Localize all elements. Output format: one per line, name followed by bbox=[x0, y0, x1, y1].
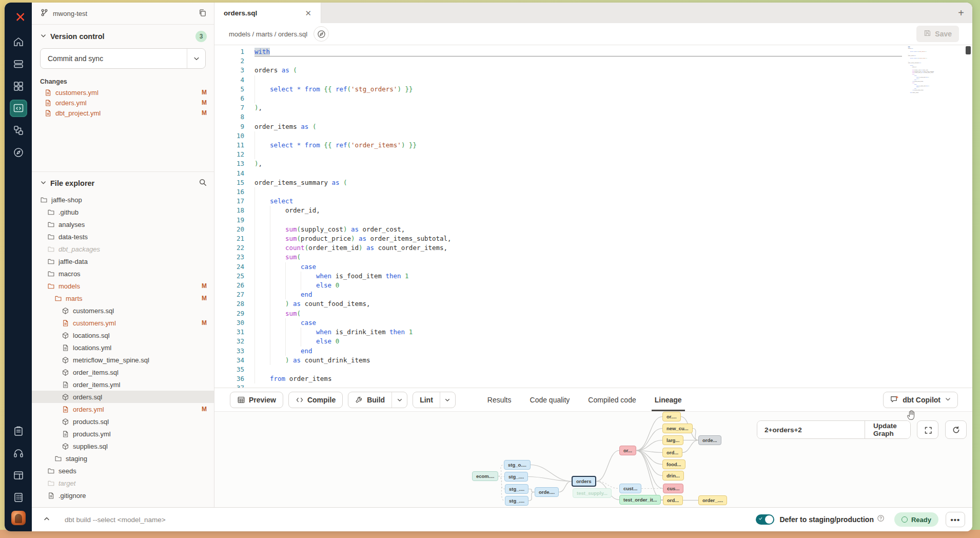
tree-item-orders-yml[interactable]: orders.ymlM bbox=[32, 403, 214, 415]
version-control-header[interactable]: Version control 3 bbox=[32, 25, 214, 46]
tree-item--gitignore[interactable]: .gitignore bbox=[32, 489, 214, 502]
tree-item--github[interactable]: .github bbox=[32, 206, 214, 218]
lineage-filter-input[interactable] bbox=[757, 421, 865, 438]
more-options-button[interactable]: ••• bbox=[946, 512, 965, 527]
lineage-node-food[interactable]: food... bbox=[662, 459, 685, 469]
command-input[interactable]: dbt build --select <model_name> bbox=[65, 516, 756, 524]
lineage-node-orders[interactable]: orders bbox=[572, 476, 596, 487]
build-dropdown[interactable] bbox=[391, 392, 407, 408]
changed-file-row[interactable]: dbt_project.ymlM bbox=[32, 108, 214, 118]
lineage-node-y_or[interactable]: or.... bbox=[662, 412, 681, 421]
rail-item-code-editor-icon[interactable] bbox=[10, 100, 27, 117]
tree-item-metricflow-time-spine-sql[interactable]: metricflow_time_spine.sql bbox=[32, 354, 214, 366]
tree-item-orders-sql[interactable]: orders.sql bbox=[32, 391, 214, 403]
lint-button[interactable]: Lint bbox=[413, 392, 456, 408]
user-avatar[interactable] bbox=[11, 511, 26, 525]
tree-item-analyses[interactable]: analyses bbox=[32, 218, 214, 230]
open-in-explorer-button[interactable] bbox=[313, 26, 329, 42]
tab-orders-sql[interactable]: orders.sql ✕ bbox=[214, 3, 321, 23]
tree-item-seeds[interactable]: seeds bbox=[32, 465, 214, 477]
lineage-node-ord_y2[interactable]: ord... bbox=[663, 495, 683, 505]
tree-item-products-sql[interactable]: products.sql bbox=[32, 415, 214, 428]
lineage-node-drin[interactable]: drin... bbox=[662, 471, 684, 481]
defer-toggle[interactable] bbox=[756, 514, 774, 525]
update-graph-button[interactable]: Update Graph bbox=[865, 421, 910, 438]
preview-button[interactable]: Preview bbox=[230, 392, 283, 408]
tab-lineage[interactable]: Lineage bbox=[655, 388, 682, 411]
changed-file-row[interactable]: customers.ymlM bbox=[32, 87, 214, 98]
chevron-up-icon[interactable] bbox=[39, 513, 54, 526]
new-tab-button[interactable]: + bbox=[958, 3, 964, 23]
changed-file-row[interactable]: orders.ymlM bbox=[32, 98, 214, 108]
tree-item-locations-sql[interactable]: locations.sql bbox=[32, 329, 214, 341]
copy-icon[interactable] bbox=[198, 8, 207, 19]
editor-scrollbar[interactable] bbox=[966, 45, 971, 388]
code-line: 15order_items_summary as ( bbox=[214, 178, 452, 187]
tree-item-macros[interactable]: macros bbox=[32, 267, 214, 280]
code-line: 26 else 0 bbox=[214, 281, 452, 290]
fullscreen-button[interactable] bbox=[917, 420, 938, 439]
lineage-node-stg_2[interactable]: stg_.... bbox=[504, 472, 528, 482]
lineage-node-test_order[interactable]: test_order_it... bbox=[619, 495, 661, 505]
tree-item-jaffle-data[interactable]: jaffle-data bbox=[32, 255, 214, 267]
rail-item-dashboard-grid-icon[interactable] bbox=[10, 78, 27, 95]
tab-code-quality[interactable]: Code quality bbox=[530, 388, 570, 411]
tree-item-products-yml[interactable]: products.yml bbox=[32, 428, 214, 440]
refresh-graph-button[interactable] bbox=[945, 420, 967, 439]
tree-item-models[interactable]: modelsM bbox=[32, 280, 214, 292]
lineage-node-cust[interactable]: cust... bbox=[619, 484, 641, 493]
lineage-node-ord[interactable]: ord... bbox=[662, 448, 682, 457]
rail-item-panel-window-icon[interactable] bbox=[10, 467, 27, 484]
lineage-node-stg_o[interactable]: stg_o.... bbox=[504, 460, 531, 470]
lineage-node-orde[interactable]: orde.... bbox=[535, 487, 559, 497]
dbt-copilot-button[interactable]: dbt Copilot bbox=[883, 392, 958, 408]
tree-item-data-tests[interactable]: data-tests bbox=[32, 230, 214, 243]
tree-item-staging[interactable]: staging bbox=[32, 452, 214, 465]
close-icon[interactable]: ✕ bbox=[303, 8, 313, 18]
compile-button[interactable]: Compile bbox=[288, 392, 343, 408]
commit-options-dropdown[interactable] bbox=[187, 49, 205, 68]
tree-item-jaffle-shop[interactable]: jaffle-shop bbox=[32, 194, 214, 206]
lineage-node-ecom[interactable]: ecom.... bbox=[472, 471, 498, 481]
tree-item-supplies-sql[interactable]: supplies.sql bbox=[32, 440, 214, 452]
rail-item-explore-compass-icon[interactable] bbox=[10, 144, 27, 161]
lineage-node-new_cu[interactable]: new_cu... bbox=[662, 424, 693, 433]
build-button[interactable]: Build bbox=[348, 392, 407, 408]
tree-item-customers-sql[interactable]: customers.sql bbox=[32, 304, 214, 317]
lineage-node-order_y3[interactable]: order_.... bbox=[698, 495, 727, 505]
tree-item-order-items-yml[interactable]: order_items.yml bbox=[32, 378, 214, 391]
tree-item-dbt-packages[interactable]: dbt_packages bbox=[32, 243, 214, 255]
rail-item-deploy-stack-icon[interactable] bbox=[10, 55, 27, 73]
tree-item-locations-yml[interactable]: locations.yml bbox=[32, 341, 214, 354]
tab-results[interactable]: Results bbox=[487, 388, 512, 411]
search-icon[interactable] bbox=[199, 178, 207, 188]
save-button[interactable]: Save bbox=[916, 26, 959, 42]
code-line: 31 when is_drink_item then 1 bbox=[214, 328, 452, 337]
lineage-node-orde_gray[interactable]: orde... bbox=[698, 435, 721, 445]
tab-compiled-code[interactable]: Compiled code bbox=[588, 388, 636, 411]
editor-toolbar: models / marts / orders.sql Save bbox=[214, 23, 972, 45]
rail-item-orchestration-icon[interactable] bbox=[10, 122, 27, 139]
commit-and-sync-button[interactable]: Commit and sync bbox=[40, 48, 206, 69]
tree-item-order-items-sql[interactable]: order_items.sql bbox=[32, 366, 214, 378]
rail-item-dbt-logo[interactable] bbox=[10, 8, 27, 25]
rail-item-home-icon[interactable] bbox=[10, 33, 27, 51]
lineage-node-stg_4[interactable]: stg_.... bbox=[505, 496, 528, 506]
help-icon[interactable] bbox=[877, 514, 885, 525]
code-line: 36 from order_items bbox=[907, 92, 940, 93]
rail-item-clipboard-icon[interactable] bbox=[10, 422, 27, 440]
lineage-node-larg[interactable]: larg... bbox=[662, 435, 683, 445]
tree-item-marts[interactable]: martsM bbox=[32, 292, 214, 304]
rail-item-keypad-icon[interactable] bbox=[10, 489, 27, 506]
lineage-node-cus_pink[interactable]: cus... bbox=[663, 484, 683, 493]
minimap[interactable]: 1with23orders as (4 5 select * from {{ r… bbox=[907, 46, 940, 134]
code-editor[interactable]: 1with23orders as (4 5 select * from {{ r… bbox=[214, 45, 972, 388]
file-explorer-header[interactable]: File explorer bbox=[32, 172, 214, 193]
lint-dropdown[interactable] bbox=[440, 392, 455, 408]
tree-item-target[interactable]: target bbox=[32, 477, 214, 489]
lineage-node-or_pink[interactable]: or... bbox=[619, 446, 636, 455]
lineage-node-stg_3[interactable]: stg_.... bbox=[505, 484, 528, 494]
tree-item-customers-yml[interactable]: customers.ymlM bbox=[32, 317, 214, 329]
rail-item-headset-icon[interactable] bbox=[10, 445, 27, 462]
lineage-node-ghost[interactable]: test_supply... bbox=[573, 488, 612, 498]
